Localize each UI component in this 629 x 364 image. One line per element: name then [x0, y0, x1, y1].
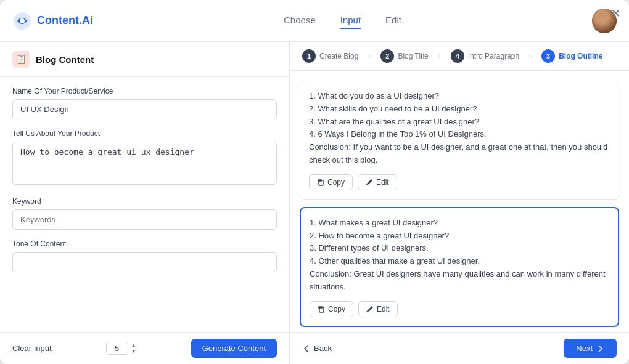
step-circle-3: 3 — [541, 49, 555, 63]
results-area: 1. What do you do as a UI designer? 2. W… — [290, 71, 629, 332]
step-label-3: Blog Outline — [559, 52, 602, 60]
about-textarea[interactable]: How to become a great ui ux designer — [12, 142, 277, 185]
tone-label: Tone Of Content — [12, 240, 277, 248]
panel-header-title: Blog Content — [36, 54, 94, 65]
keyword-input[interactable] — [12, 209, 277, 230]
counter-input[interactable] — [106, 342, 128, 355]
result-actions-1: Copy Edit — [309, 174, 610, 190]
left-panel: 📋 Blog Content Name Of Your Product/Serv… — [0, 42, 290, 364]
logo-icon — [12, 11, 32, 31]
about-label: Tell Us About Your Product — [12, 129, 277, 138]
edit-icon-1 — [366, 179, 373, 186]
step-circle-1: 1 — [302, 49, 316, 63]
panel-header: 📋 Blog Content — [0, 42, 289, 77]
keyword-label: Keyword — [12, 197, 277, 206]
steps-bar: 1 Create Blog › 2 Blog Title › 4 Intro — [290, 42, 629, 71]
panel-header-icon: 📋 — [12, 51, 30, 68]
counter-area: ▲ ▼ — [106, 342, 137, 355]
tab-choose[interactable]: Choose — [284, 12, 316, 29]
about-group: Tell Us About Your Product How to become… — [12, 129, 277, 187]
result-card-2: 1. What makes a great UI designer? 2. Ho… — [300, 207, 619, 327]
app-window: ✕ Content.Ai Choose Input Edit — [0, 0, 629, 364]
step-3: 3 Blog Outline — [541, 49, 602, 63]
step-circle-4: 4 — [451, 49, 464, 63]
product-label: Name Of Your Product/Service — [12, 87, 277, 95]
tab-edit[interactable]: Edit — [385, 12, 401, 29]
main-content: 📋 Blog Content Name Of Your Product/Serv… — [0, 42, 629, 364]
back-button[interactable]: Back — [302, 344, 332, 353]
tone-input[interactable] — [12, 252, 277, 272]
next-arrow-icon — [596, 344, 604, 353]
clear-input-button[interactable]: Clear Input — [12, 344, 52, 353]
svg-point-1 — [20, 18, 25, 23]
generate-content-button[interactable]: Generate Content — [191, 339, 277, 358]
counter-down-button[interactable]: ▼ — [131, 349, 137, 355]
step-circle-2: 2 — [380, 49, 394, 63]
result-text-2: 1. What makes a great UI designer? 2. Ho… — [310, 217, 609, 294]
step-2: 2 Blog Title — [380, 49, 428, 63]
counter-up-button[interactable]: ▲ — [131, 342, 137, 349]
logo-area: Content.Ai — [12, 11, 93, 31]
result-card-1: 1. What do you do as a UI designer? 2. W… — [300, 81, 619, 200]
right-bottom-bar: Back Next — [290, 332, 629, 364]
tab-input[interactable]: Input — [340, 12, 361, 29]
copy-icon-2 — [318, 305, 325, 313]
copy-button-2[interactable]: Copy — [310, 301, 353, 317]
step-label-1: Create Blog — [319, 52, 358, 60]
step-1: 1 Create Blog — [302, 49, 358, 63]
copy-button-1[interactable]: Copy — [309, 174, 353, 190]
nav-tabs: Choose Input Edit — [284, 12, 401, 29]
next-button[interactable]: Next — [564, 339, 617, 358]
copy-icon-1 — [317, 179, 324, 186]
edit-button-1[interactable]: Edit — [358, 174, 397, 190]
left-bottom-bar: Clear Input ▲ ▼ Generate Content — [0, 332, 289, 364]
step-4: 4 Intro Paragraph — [451, 49, 519, 63]
counter-arrows: ▲ ▼ — [131, 342, 137, 355]
close-button[interactable]: ✕ — [609, 7, 622, 20]
logo-text: Content.Ai — [37, 14, 93, 27]
step-label-4: Intro Paragraph — [468, 52, 519, 60]
form-area: Name Of Your Product/Service Tell Us Abo… — [0, 77, 289, 332]
edit-icon-2 — [366, 305, 374, 313]
edit-button-2[interactable]: Edit — [358, 301, 398, 317]
back-arrow-icon — [302, 344, 311, 353]
title-bar: Content.Ai Choose Input Edit — [0, 0, 629, 42]
product-group: Name Of Your Product/Service — [12, 87, 277, 119]
step-label-2: Blog Title — [398, 52, 428, 60]
right-panel: 1 Create Blog › 2 Blog Title › 4 Intro — [290, 42, 629, 364]
product-input[interactable] — [12, 99, 277, 119]
tone-group: Tone Of Content — [12, 240, 277, 272]
keyword-group: Keyword — [12, 197, 277, 230]
result-actions-2: Copy Edit — [310, 301, 609, 317]
result-text-1: 1. What do you do as a UI designer? 2. W… — [309, 90, 610, 167]
